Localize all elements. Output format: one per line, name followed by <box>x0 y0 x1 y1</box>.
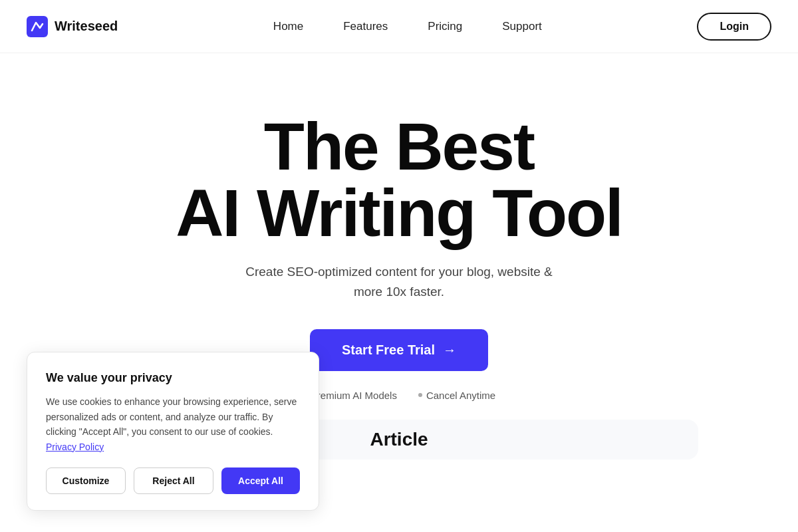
nav-home[interactable]: Home <box>273 20 303 33</box>
hero-title: The Best AI Writing Tool <box>176 113 622 246</box>
feature-dot-2 <box>418 393 422 397</box>
accept-all-button[interactable]: Accept All <box>221 467 300 494</box>
navbar: Writeseed Home Features Pricing Support … <box>0 0 798 53</box>
hero-title-line2: AI Writing Tool <box>176 176 622 250</box>
logo[interactable]: Writeseed <box>27 16 118 37</box>
svg-rect-0 <box>27 16 48 37</box>
nav-links: Home Features Pricing Support <box>273 20 542 33</box>
cookie-title: We value your privacy <box>46 371 300 385</box>
hero-features: Premium AI Models Cancel Anytime <box>303 390 495 401</box>
privacy-policy-link[interactable]: Privacy Policy <box>46 442 104 452</box>
nav-support[interactable]: Support <box>502 20 542 33</box>
feature-item-2: Cancel Anytime <box>418 390 495 401</box>
reject-all-button[interactable]: Reject All <box>134 467 213 494</box>
cta-arrow-icon: → <box>443 342 456 358</box>
hero-title-line1: The Best <box>264 109 534 184</box>
cookie-buttons: Customize Reject All Accept All <box>46 467 300 494</box>
nav-pricing[interactable]: Pricing <box>428 20 462 33</box>
cookie-body: We use cookies to enhance your browsing … <box>46 394 300 454</box>
start-trial-button[interactable]: Start Free Trial → <box>310 329 488 371</box>
cookie-banner: We value your privacy We use cookies to … <box>27 352 319 511</box>
logo-text: Writeseed <box>55 19 118 34</box>
login-button[interactable]: Login <box>697 13 771 41</box>
hero-subtitle: Create SEO-optimized content for your bl… <box>245 262 553 303</box>
cta-label: Start Free Trial <box>342 342 435 358</box>
logo-icon <box>27 16 48 37</box>
preview-label: Article <box>370 429 428 450</box>
nav-features[interactable]: Features <box>343 20 388 33</box>
customize-button[interactable]: Customize <box>46 467 126 494</box>
